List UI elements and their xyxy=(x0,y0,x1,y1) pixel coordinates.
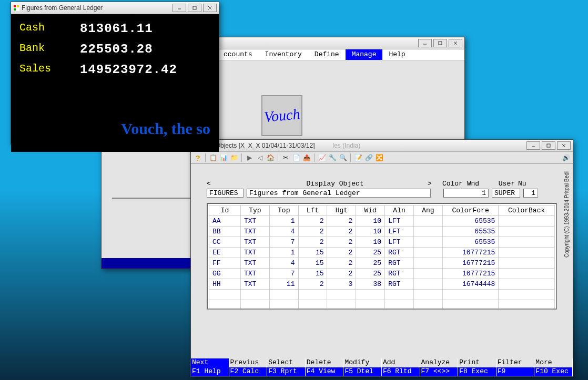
cell[interactable]: RGT xyxy=(385,279,414,290)
fn-select[interactable]: Select xyxy=(267,358,306,367)
cell[interactable]: 7 xyxy=(269,237,298,248)
home-icon[interactable]: 🏠 xyxy=(266,153,275,162)
tool-icon[interactable]: 🔗 xyxy=(364,153,373,162)
cell[interactable]: HH xyxy=(209,279,241,290)
fn-modify[interactable]: Modify xyxy=(343,358,382,367)
cell[interactable] xyxy=(499,248,555,258)
fn-previus[interactable]: Previus xyxy=(229,358,268,367)
tool-icon[interactable]: 📁 xyxy=(229,153,239,162)
close-button[interactable] xyxy=(449,39,462,47)
cell[interactable]: LFT xyxy=(385,227,414,237)
cut-icon[interactable]: ✂ xyxy=(281,153,290,162)
cell[interactable]: 25 xyxy=(356,248,385,258)
sound-icon[interactable]: 🔊 xyxy=(561,153,571,162)
menu-inventory[interactable]: Inventory xyxy=(259,49,308,60)
cell[interactable]: BB xyxy=(209,227,241,237)
cell[interactable] xyxy=(413,258,442,269)
search-icon[interactable]: 🔍 xyxy=(338,153,348,162)
cell[interactable]: 1 xyxy=(269,216,298,227)
fn-f9[interactable]: F9 xyxy=(496,367,535,376)
cell[interactable] xyxy=(499,216,555,227)
cell[interactable]: 4 xyxy=(269,227,298,237)
fn-next[interactable]: Next xyxy=(191,358,229,367)
cell[interactable]: 2 xyxy=(327,216,356,227)
cell[interactable]: 2 xyxy=(298,216,327,227)
cell[interactable]: 2 xyxy=(298,237,327,248)
col-lft[interactable]: Lft xyxy=(298,206,327,216)
col-ang[interactable]: Ang xyxy=(413,206,442,216)
help-icon[interactable]: ? xyxy=(193,153,202,162)
cell[interactable]: 10 xyxy=(356,216,385,227)
cell[interactable]: 15 xyxy=(298,269,327,279)
cell[interactable]: 2 xyxy=(327,258,356,269)
menu-help[interactable]: Help xyxy=(382,49,411,60)
col-top[interactable]: Top xyxy=(269,206,298,216)
cell[interactable] xyxy=(413,269,442,279)
cell[interactable] xyxy=(413,216,442,227)
chart-icon[interactable]: 📈 xyxy=(317,153,327,162)
cell[interactable]: 2 xyxy=(327,269,356,279)
cell[interactable]: 2 xyxy=(327,237,356,248)
cell[interactable]: 2 xyxy=(298,279,327,290)
maximize-button[interactable] xyxy=(433,39,447,47)
cell[interactable]: LFT xyxy=(385,216,414,227)
nu-input[interactable]: 1 xyxy=(523,189,538,198)
fn-f3-rprt[interactable]: F3 Rprt xyxy=(267,367,306,376)
cell[interactable]: 15 xyxy=(298,258,327,269)
table-row[interactable]: GGTXT715225RGT16777215 xyxy=(209,269,555,279)
maximize-button[interactable] xyxy=(542,141,555,150)
fn-f7-<<>>[interactable]: F7 <<>> xyxy=(420,367,459,376)
cell[interactable]: EE xyxy=(209,248,241,258)
cell[interactable]: 65535 xyxy=(442,237,499,248)
prev-icon[interactable]: ◁ xyxy=(255,153,265,162)
cell[interactable]: RGT xyxy=(385,258,414,269)
cell[interactable]: 4 xyxy=(269,258,298,269)
object-table[interactable]: IdTypTopLftHgtWidAlnAngColorForeColorBac… xyxy=(209,205,555,310)
cell[interactable] xyxy=(499,227,555,237)
tool-icon[interactable]: 📊 xyxy=(219,153,228,162)
cell[interactable]: 11 xyxy=(269,279,298,290)
fn-f5-dtel[interactable]: F5 Dtel xyxy=(343,367,382,376)
cell[interactable]: 3 xyxy=(327,279,356,290)
fn-analyze[interactable]: Analyze xyxy=(420,358,459,367)
cell[interactable]: CC xyxy=(209,237,241,248)
doc-icon[interactable]: 📄 xyxy=(291,153,301,162)
cell[interactable]: 2 xyxy=(327,248,356,258)
fn-f1-help[interactable]: F1 Help xyxy=(191,367,229,376)
cell[interactable] xyxy=(499,258,555,269)
cell[interactable]: TXT xyxy=(241,258,270,269)
cell[interactable] xyxy=(413,279,442,290)
fn-print[interactable]: Print xyxy=(458,358,496,367)
cell[interactable]: FF xyxy=(209,258,241,269)
cell[interactable]: RGT xyxy=(385,269,414,279)
user-input[interactable]: SUPER xyxy=(492,189,520,198)
col-id[interactable]: Id xyxy=(209,206,241,216)
colorwnd-input[interactable]: 1 xyxy=(443,189,489,198)
cell[interactable]: 2 xyxy=(298,227,327,237)
col-wid[interactable]: Wid xyxy=(356,206,385,216)
cell[interactable]: TXT xyxy=(241,279,270,290)
cell[interactable]: 38 xyxy=(356,279,385,290)
minimize-button[interactable] xyxy=(173,4,186,12)
cell[interactable]: RGT xyxy=(385,248,414,258)
minimize-button[interactable] xyxy=(418,39,432,47)
cell[interactable]: 2 xyxy=(327,227,356,237)
cell[interactable]: TXT xyxy=(241,248,270,258)
cell[interactable] xyxy=(499,269,555,279)
fig-titlebar[interactable]: Figures from General Ledger xyxy=(11,2,219,14)
cell[interactable]: GG xyxy=(209,269,241,279)
play-icon[interactable]: ▶ xyxy=(245,153,254,162)
col-typ[interactable]: Typ xyxy=(241,206,270,216)
close-button[interactable] xyxy=(557,141,571,150)
tool-icon[interactable]: 📋 xyxy=(208,153,218,162)
cell[interactable]: TXT xyxy=(241,269,270,279)
fn-f2-calc[interactable]: F2 Calc xyxy=(229,367,268,376)
cell[interactable]: 16777215 xyxy=(442,248,499,258)
tool-icon[interactable]: 🔧 xyxy=(328,153,337,162)
disp-titlebar[interactable]: Display Objects [X_X_X 01/04/11-31/03/12… xyxy=(191,140,573,152)
cell[interactable]: 10 xyxy=(356,227,385,237)
fn-f10-exec[interactable]: F10 Exec xyxy=(534,367,573,376)
col-colorback[interactable]: ColorBack xyxy=(499,206,555,216)
fn-filter[interactable]: Filter xyxy=(496,358,535,367)
cell[interactable]: TXT xyxy=(241,227,270,237)
